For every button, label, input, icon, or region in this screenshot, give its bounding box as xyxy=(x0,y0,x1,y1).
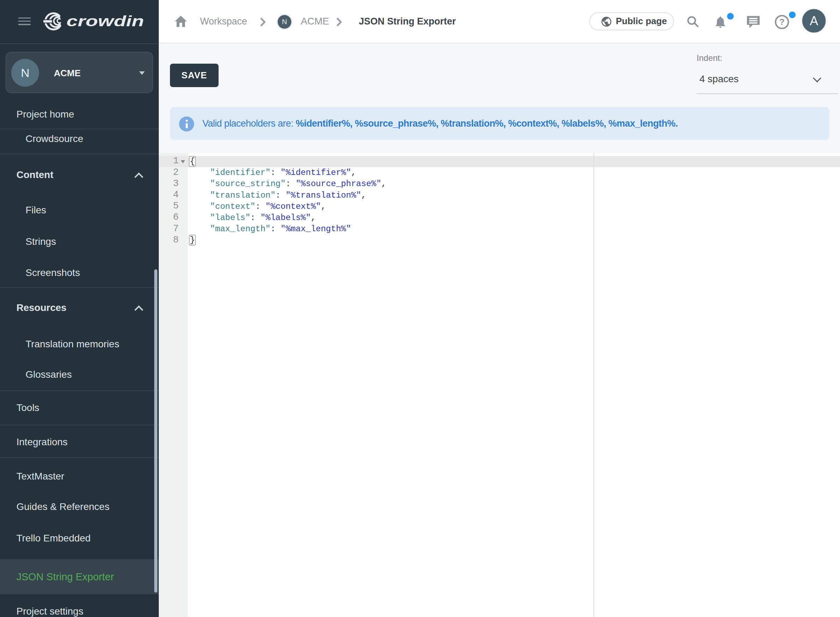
svg-text:?: ? xyxy=(780,17,785,27)
svg-text:crowdin: crowdin xyxy=(66,13,144,30)
